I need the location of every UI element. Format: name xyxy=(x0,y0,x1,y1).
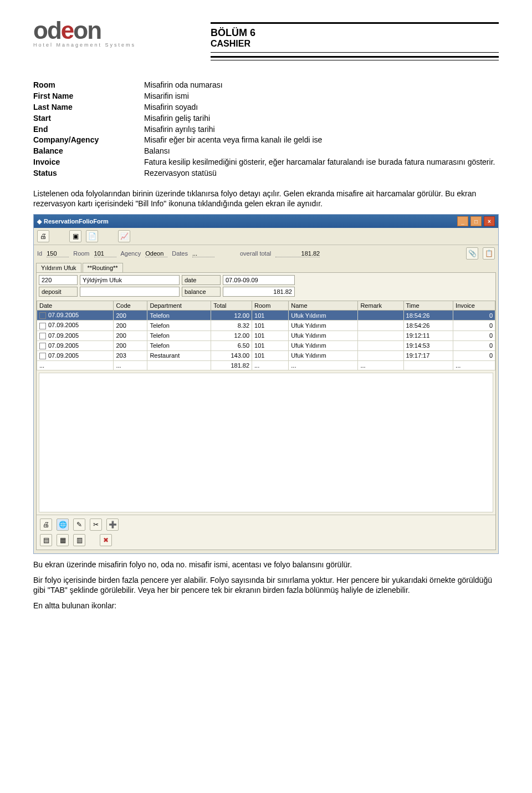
def-key: Invoice xyxy=(33,157,144,167)
attach-icon[interactable]: 📎 xyxy=(466,247,478,260)
globe-icon[interactable]: 🌐 xyxy=(57,518,69,531)
transactions-grid[interactable]: DateCodeDepartmentTotalRoomNameRemarkTim… xyxy=(37,301,495,370)
tab-guest[interactable]: Yıldırım Ufuk xyxy=(36,263,81,272)
date-label: date xyxy=(182,275,221,285)
chapter-title: BÖLÜM 6 xyxy=(211,27,499,39)
def-val: Fatura kesilip kesilmediğini gösterir, e… xyxy=(144,157,499,167)
def-val: Misafir eğer bir acenta veya firma kanal… xyxy=(144,135,499,145)
field-deposit[interactable] xyxy=(80,287,180,297)
paragraph-2: Bu ekran üzerinde misafirin folyo no, od… xyxy=(33,560,499,570)
page-header: odeon Hotel Management Systems BÖLÜM 6 C… xyxy=(33,17,499,60)
edit-icon[interactable]: ✎ xyxy=(73,518,85,531)
window-title: ReservationFolioForm xyxy=(44,218,109,225)
new-icon[interactable]: ➕ xyxy=(106,518,119,531)
note-icon[interactable]: 📋 xyxy=(483,247,495,260)
folio-tabs: Yıldırım Ufuk **Routing** xyxy=(34,262,498,272)
room-label: Room xyxy=(73,250,89,257)
def-key: Company/Agency xyxy=(33,135,144,145)
def-val: Misafirin geliş tarihi xyxy=(144,113,499,124)
paragraph-4: En altta bulunan ikonlar: xyxy=(33,601,499,611)
col-header[interactable]: Total xyxy=(211,301,252,311)
tab-routing[interactable]: **Routing** xyxy=(83,263,123,272)
tile-2-icon[interactable]: ▦ xyxy=(57,534,69,546)
def-val: Misafirin soyadı xyxy=(144,102,499,113)
col-header[interactable]: Code xyxy=(114,301,147,311)
tile-3-icon[interactable]: ▥ xyxy=(73,534,85,546)
deposit-label: deposit xyxy=(39,287,78,297)
grid-empty-area xyxy=(39,373,493,512)
col-header[interactable]: Time xyxy=(403,301,453,311)
paragraph-3: Bir folyo içerisinde birden fazla pencer… xyxy=(33,575,499,595)
field-code[interactable]: 220 xyxy=(39,275,78,285)
table-row[interactable]: 07.09.2005200Telefon12.00101Ufuk Yıldırı… xyxy=(37,311,495,321)
folio-panel: 220 Yýldýrým Ufuk date 07.09-09.09 depos… xyxy=(36,272,496,550)
col-header[interactable]: Name xyxy=(289,301,358,311)
col-header[interactable]: Invoice xyxy=(453,301,495,311)
screenshot-reservation-folio: ◆ ReservationFolioForm _ □ × 🖨 ▣ 📄 📈 Id … xyxy=(33,214,499,553)
def-val: Misafirin ayrılış tarihi xyxy=(144,124,499,135)
bottom-toolbar-2: ▤ ▦ ▥ ✖ xyxy=(37,534,495,550)
agency-label: Agency xyxy=(121,250,141,257)
logo-block: odeon Hotel Management Systems xyxy=(33,17,188,48)
col-header[interactable]: Remark xyxy=(358,301,403,311)
balance-label: balance xyxy=(182,287,221,297)
app-icon: ◆ xyxy=(37,218,42,225)
definitions-list: RoomMisafirin oda numarasıFirst NameMisa… xyxy=(33,80,499,179)
def-key: Room xyxy=(33,80,144,90)
def-val: Rezervasyon statüsü xyxy=(144,168,499,179)
def-key: End xyxy=(33,124,144,135)
def-key: Start xyxy=(33,113,144,124)
top-toolbar: 🖨 ▣ 📄 📈 xyxy=(34,228,498,245)
print2-icon[interactable]: 🖨 xyxy=(40,518,52,531)
bottom-toolbar-1: 🖨 🌐 ✎ ✂ ➕ xyxy=(37,515,495,534)
total-value: 181.82 xyxy=(275,250,320,257)
def-val: Misarifin ismi xyxy=(144,91,499,101)
room-value: 101 xyxy=(94,250,116,257)
dates-label: Dates xyxy=(172,250,188,257)
cut-icon[interactable]: ✂ xyxy=(90,518,102,531)
dates-value: ... xyxy=(192,250,214,257)
def-key: Balance xyxy=(33,146,144,156)
minimize-button[interactable]: _ xyxy=(457,216,468,226)
paragraph-1: Listelenen oda folyolarından birinin üze… xyxy=(33,189,499,209)
def-key: Last Name xyxy=(33,102,144,113)
def-val: Misafirin oda numarası xyxy=(144,80,499,90)
def-key: Status xyxy=(33,168,144,179)
table-row[interactable]: 07.09.2005203Restaurant143.00101Ufuk Yıl… xyxy=(37,350,495,360)
close-button[interactable]: × xyxy=(484,216,495,226)
field-name[interactable]: Yýldýrým Ufuk xyxy=(80,275,180,285)
print-icon[interactable]: 🖨 xyxy=(37,230,49,242)
doc-icon[interactable]: 📄 xyxy=(86,230,98,242)
table-row[interactable]: 07.09.2005200Telefon8.32101Ufuk Yıldırım… xyxy=(37,321,495,331)
agency-value: Odeon xyxy=(145,250,167,257)
title-wrap: BÖLÜM 6 CASHIER xyxy=(211,17,499,60)
id-value: 150 xyxy=(47,250,69,257)
total-label: overall total xyxy=(240,250,271,257)
id-label: Id xyxy=(37,250,42,257)
col-header[interactable]: Date xyxy=(37,301,114,311)
def-val: Balansı xyxy=(144,146,499,156)
col-header[interactable]: Department xyxy=(147,301,211,311)
def-key: First Name xyxy=(33,91,144,101)
summary-bar: Id 150 Room 101 Agency Odeon Dates ... o… xyxy=(34,245,498,262)
logo-tagline: Hotel Management Systems xyxy=(33,42,188,48)
section-title: CASHIER xyxy=(211,39,499,49)
chart-icon[interactable]: 📈 xyxy=(118,230,130,242)
table-row[interactable]: 07.09.2005200Telefon12.00101Ufuk Yıldırı… xyxy=(37,331,495,340)
table-footer: ......181.82............ xyxy=(37,360,495,370)
expand-icon[interactable]: ▣ xyxy=(69,230,81,242)
col-header[interactable]: Room xyxy=(252,301,289,311)
tile-1-icon[interactable]: ▤ xyxy=(40,534,52,546)
field-date[interactable]: 07.09-09.09 xyxy=(223,275,295,285)
logo-text: odeon xyxy=(33,17,188,44)
table-row[interactable]: 07.09.2005200Telefon6.50101Ufuk Yıldırım… xyxy=(37,340,495,350)
field-balance[interactable]: 181.82 xyxy=(223,287,295,297)
delete-icon[interactable]: ✖ xyxy=(100,534,112,546)
maximize-button[interactable]: □ xyxy=(470,216,482,226)
window-titlebar[interactable]: ◆ ReservationFolioForm _ □ × xyxy=(34,215,498,228)
